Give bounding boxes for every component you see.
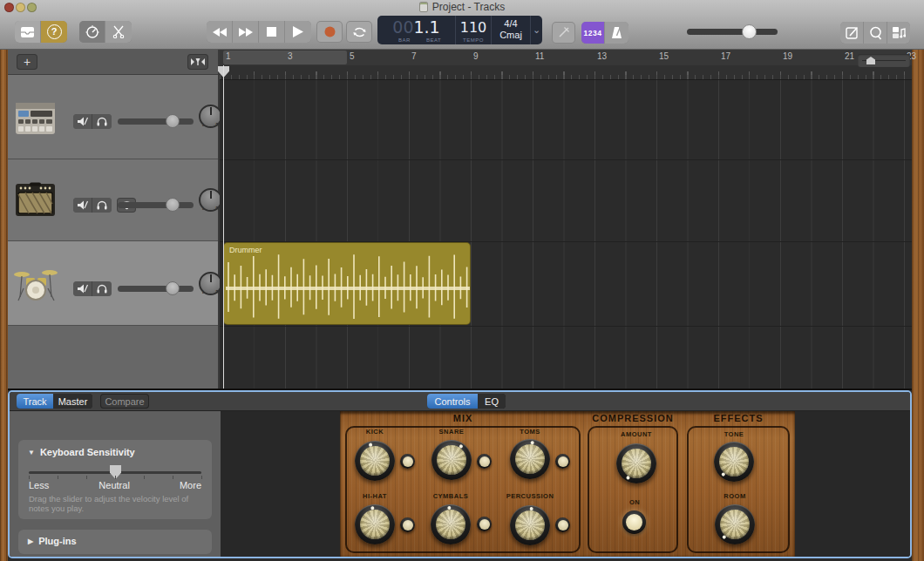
keyboard-sensitivity-card: ▼Keyboard Sensitivity Less Neutral More …	[18, 440, 212, 519]
track-lanes-area[interactable]: Drummer	[220, 80, 912, 389]
tone-knob[interactable]	[714, 442, 754, 482]
track-inspector: ▼Keyboard Sensitivity Less Neutral More …	[10, 411, 221, 558]
pan-knob[interactable]: L R	[199, 272, 222, 295]
lcd-position-zone: 001.1 BAR BEAT	[377, 16, 456, 44]
compare-button[interactable]: Compare	[100, 394, 149, 409]
kick-label: KICK	[340, 428, 410, 436]
horizontal-zoom-slider[interactable]	[858, 54, 910, 67]
track-row-guitar-1[interactable]: L R	[8, 159, 218, 241]
kick-button[interactable]	[400, 454, 415, 469]
note-pad-button[interactable]	[840, 22, 864, 44]
smart-controls-button[interactable]	[79, 21, 105, 43]
tuner-button[interactable]	[552, 22, 575, 44]
track-volume-thumb[interactable]	[166, 281, 180, 295]
toms-button[interactable]	[555, 454, 570, 469]
count-in-button[interactable]: 1234	[581, 22, 605, 44]
ruler-bar-number: 9	[473, 51, 479, 61]
toms-knob[interactable]	[510, 439, 550, 479]
percussion-knob[interactable]	[510, 505, 550, 545]
kick-knob[interactable]	[355, 441, 395, 481]
ruler-bar-number: 21	[845, 51, 854, 61]
desktop-wood-left	[0, 50, 8, 561]
hihat-knob[interactable]	[355, 504, 395, 544]
lcd-time-signature: 4/4	[492, 18, 530, 30]
plugins-header[interactable]: ▶Plug-ins	[28, 536, 77, 546]
percussion-button[interactable]	[555, 517, 570, 532]
play-button[interactable]	[285, 21, 311, 43]
record-button[interactable]	[316, 21, 343, 43]
track-volume-thumb[interactable]	[166, 114, 180, 128]
track-volume-slider[interactable]	[118, 286, 194, 292]
mute-solo-group	[73, 281, 112, 296]
forward-button[interactable]	[233, 21, 259, 43]
tab-eq[interactable]: EQ	[478, 394, 506, 409]
solo-button[interactable]	[92, 114, 112, 129]
rewind-button[interactable]	[207, 21, 233, 43]
rewind-icon	[213, 28, 227, 37]
ruler-bar-row[interactable]: 1357911131517192123	[220, 50, 912, 65]
loop-browser-icon	[869, 26, 882, 40]
pan-knob[interactable]: L R	[199, 188, 222, 212]
quick-help-button[interactable]: ?	[41, 21, 67, 43]
keyboard-sensitivity-header[interactable]: ▼Keyboard Sensitivity	[28, 447, 135, 457]
lcd-display[interactable]: 001.1 BAR BEAT 110 TEMPO 4/4 Cmaj ⌄	[377, 16, 542, 44]
pan-knob[interactable]: L R	[199, 105, 222, 128]
add-track-button[interactable]: +	[17, 54, 37, 70]
label-neutral: Neutral	[99, 480, 129, 490]
track-volume-slider[interactable]	[118, 118, 194, 125]
cymbals-button[interactable]	[477, 517, 492, 531]
ruler-tick-row[interactable]	[220, 65, 912, 80]
lane-divider	[220, 159, 912, 160]
media-browser-button[interactable]	[887, 22, 910, 44]
amount-knob[interactable]	[616, 443, 656, 483]
master-volume-thumb[interactable]	[742, 24, 757, 39]
tab-controls[interactable]: Controls	[427, 394, 478, 409]
drummer-region[interactable]: Drummer	[223, 242, 471, 325]
tab-master[interactable]: Master	[53, 394, 92, 409]
room-knob[interactable]	[715, 504, 755, 544]
pan-right-label: R	[215, 122, 219, 127]
ruler-bar-number: 19	[783, 51, 792, 61]
cymbals-knob[interactable]	[431, 504, 471, 544]
cycle-button[interactable]	[346, 21, 372, 43]
lcd-key-zone: 4/4 Cmaj	[492, 16, 531, 44]
beat-ticks	[220, 75, 912, 79]
metronome-button[interactable]	[605, 22, 628, 44]
pan-right-label: R	[215, 289, 219, 294]
lcd-menu-zone[interactable]: ⌄	[531, 16, 542, 44]
snare-knob[interactable]	[431, 440, 472, 480]
editors-scissors-icon	[112, 25, 125, 38]
solo-button[interactable]	[92, 198, 112, 213]
track-row-crate-digger[interactable]: L R	[8, 75, 218, 159]
tab-track[interactable]: Track	[17, 394, 53, 409]
drum-kit-icon	[13, 266, 58, 302]
filter-arrows-icon	[190, 57, 206, 67]
editors-button[interactable]	[105, 21, 132, 43]
stop-button[interactable]	[259, 21, 285, 43]
plugins-card[interactable]: ▶Plug-ins	[18, 530, 212, 554]
cycle-icon	[352, 26, 367, 38]
master-volume-slider[interactable]	[687, 29, 778, 35]
mute-button[interactable]	[73, 281, 92, 296]
loop-browser-button[interactable]	[864, 22, 887, 44]
transport-group	[207, 21, 311, 43]
track-volume-thumb[interactable]	[166, 198, 180, 212]
disclosure-triangle-open-icon: ▼	[28, 449, 35, 456]
keyboard-sensitivity-slider[interactable]	[29, 471, 201, 474]
solo-button[interactable]	[92, 281, 112, 296]
ruler-bar-number: 13	[597, 51, 607, 61]
pan-left-label: L	[202, 122, 205, 127]
mute-button[interactable]	[73, 198, 92, 213]
forward-icon	[239, 28, 253, 37]
track-filter-button[interactable]	[187, 54, 208, 70]
disclosure-triangle-closed-icon: ▶	[28, 537, 33, 545]
mute-button[interactable]	[73, 114, 92, 129]
track-header-column: + L R	[8, 50, 220, 389]
compression-on-button[interactable]	[622, 510, 646, 534]
snare-button[interactable]	[477, 454, 492, 469]
track-volume-slider[interactable]	[118, 202, 194, 208]
hihat-button[interactable]	[400, 517, 415, 532]
track-row-socal-kyle[interactable]: L R	[8, 241, 218, 326]
library-button[interactable]	[15, 21, 41, 43]
zoom-slider-thumb[interactable]	[866, 57, 875, 64]
